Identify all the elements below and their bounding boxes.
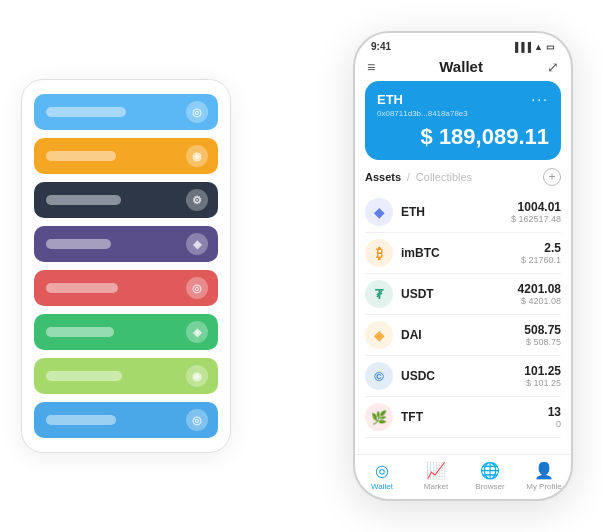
card-row-7[interactable]: ◎ — [34, 402, 218, 438]
asset-left: ◈DAI — [365, 321, 422, 349]
eth-card[interactable]: ETH ··· 0x08711d3b...8418a78e3 $ 189,089… — [365, 81, 561, 160]
asset-list: ◆ETH1004.01$ 162517.48₿imBTC2.5$ 21760.1… — [365, 192, 561, 454]
asset-name: imBTC — [401, 246, 440, 260]
asset-amount: 1004.01 — [511, 200, 561, 214]
card-row-2[interactable]: ⚙ — [34, 182, 218, 218]
asset-icon-imbtc: ₿ — [365, 239, 393, 267]
asset-icon-usdc: © — [365, 362, 393, 390]
nav-item-browser[interactable]: 🌐Browser — [463, 461, 517, 491]
asset-right: 101.25$ 101.25 — [524, 364, 561, 388]
asset-right: 2.5$ 21760.1 — [521, 241, 561, 265]
eth-card-address: 0x08711d3b...8418a78e3 — [377, 109, 549, 118]
card-row-icon: ◎ — [186, 277, 208, 299]
nav-icon-browser: 🌐 — [480, 461, 500, 480]
card-row-3[interactable]: ◈ — [34, 226, 218, 262]
nav-item-my-profile[interactable]: 👤My Profile — [517, 461, 571, 491]
nav-label-wallet: Wallet — [371, 482, 393, 491]
asset-icon-tft: 🌿 — [365, 403, 393, 431]
add-asset-button[interactable]: + — [543, 168, 561, 186]
asset-right: 130 — [548, 405, 561, 429]
nav-label-browser: Browser — [475, 482, 504, 491]
asset-left: ©USDC — [365, 362, 435, 390]
asset-name: TFT — [401, 410, 423, 424]
card-row-5[interactable]: ◈ — [34, 314, 218, 350]
nav-label-market: Market — [424, 482, 448, 491]
nav-label-my-profile: My Profile — [526, 482, 562, 491]
tab-collectibles[interactable]: Collectibles — [416, 171, 472, 183]
asset-usd: $ 162517.48 — [511, 214, 561, 224]
card-row-icon: ◈ — [186, 321, 208, 343]
card-row-icon: ◎ — [186, 409, 208, 431]
signal-icon: ▐▐▐ — [512, 42, 531, 52]
asset-left: ◆ETH — [365, 198, 425, 226]
card-row-label — [46, 283, 118, 293]
asset-right: 508.75$ 508.75 — [524, 323, 561, 347]
eth-card-name: ETH — [377, 92, 403, 107]
phone-content: ETH ··· 0x08711d3b...8418a78e3 $ 189,089… — [355, 81, 571, 454]
asset-item[interactable]: ©USDC101.25$ 101.25 — [365, 356, 561, 397]
asset-usd: $ 21760.1 — [521, 255, 561, 265]
asset-left: ₮USDT — [365, 280, 434, 308]
status-bar: 9:41 ▐▐▐ ▲ ▭ — [355, 33, 571, 56]
asset-amount: 2.5 — [521, 241, 561, 255]
card-row-0[interactable]: ◎ — [34, 94, 218, 130]
tab-assets[interactable]: Assets — [365, 171, 401, 183]
asset-item[interactable]: ₮USDT4201.08$ 4201.08 — [365, 274, 561, 315]
card-row-icon: ⚙ — [186, 189, 208, 211]
asset-amount: 4201.08 — [518, 282, 561, 296]
asset-usd: $ 4201.08 — [518, 296, 561, 306]
asset-left: ₿imBTC — [365, 239, 440, 267]
asset-icon-usdt: ₮ — [365, 280, 393, 308]
asset-amount: 508.75 — [524, 323, 561, 337]
left-card-stack: ◎◉⚙◈◎◈◉◎ — [21, 79, 231, 453]
asset-icon-eth: ◆ — [365, 198, 393, 226]
asset-usd: $ 101.25 — [524, 378, 561, 388]
page-title: Wallet — [439, 58, 483, 75]
asset-right: 4201.08$ 4201.08 — [518, 282, 561, 306]
asset-amount: 101.25 — [524, 364, 561, 378]
card-row-6[interactable]: ◉ — [34, 358, 218, 394]
tab-separator: / — [407, 172, 410, 183]
card-row-label — [46, 371, 122, 381]
asset-item[interactable]: ◈DAI508.75$ 508.75 — [365, 315, 561, 356]
card-row-icon: ◈ — [186, 233, 208, 255]
eth-card-top: ETH ··· — [377, 91, 549, 107]
card-row-label — [46, 107, 126, 117]
battery-icon: ▭ — [546, 42, 555, 52]
card-row-label — [46, 195, 121, 205]
card-row-icon: ◉ — [186, 145, 208, 167]
asset-item[interactable]: ₿imBTC2.5$ 21760.1 — [365, 233, 561, 274]
asset-amount: 13 — [548, 405, 561, 419]
card-row-1[interactable]: ◉ — [34, 138, 218, 174]
card-row-4[interactable]: ◎ — [34, 270, 218, 306]
bottom-nav: ◎Wallet📈Market🌐Browser👤My Profile — [355, 454, 571, 499]
eth-card-menu[interactable]: ··· — [531, 91, 549, 107]
expand-icon[interactable]: ⤢ — [547, 59, 559, 75]
nav-item-wallet[interactable]: ◎Wallet — [355, 461, 409, 491]
scene: ◎◉⚙◈◎◈◉◎ 9:41 ▐▐▐ ▲ ▭ ≡ Wallet ⤢ ETH ···… — [11, 11, 591, 521]
asset-item[interactable]: 🌿TFT130 — [365, 397, 561, 438]
assets-tabs: Assets / Collectibles — [365, 171, 472, 183]
asset-icon-dai: ◈ — [365, 321, 393, 349]
asset-item[interactable]: ◆ETH1004.01$ 162517.48 — [365, 192, 561, 233]
eth-card-balance: $ 189,089.11 — [377, 124, 549, 150]
card-row-label — [46, 239, 111, 249]
asset-left: 🌿TFT — [365, 403, 423, 431]
phone-header: ≡ Wallet ⤢ — [355, 56, 571, 81]
nav-icon-market: 📈 — [426, 461, 446, 480]
asset-name: ETH — [401, 205, 425, 219]
card-row-icon: ◉ — [186, 365, 208, 387]
asset-usd: $ 508.75 — [524, 337, 561, 347]
status-time: 9:41 — [371, 41, 391, 52]
status-icons: ▐▐▐ ▲ ▭ — [512, 42, 555, 52]
asset-name: USDC — [401, 369, 435, 383]
wifi-icon: ▲ — [534, 42, 543, 52]
menu-icon[interactable]: ≡ — [367, 59, 375, 75]
asset-name: DAI — [401, 328, 422, 342]
asset-name: USDT — [401, 287, 434, 301]
card-row-icon: ◎ — [186, 101, 208, 123]
phone: 9:41 ▐▐▐ ▲ ▭ ≡ Wallet ⤢ ETH ··· 0x08711d… — [353, 31, 573, 501]
nav-item-market[interactable]: 📈Market — [409, 461, 463, 491]
assets-header: Assets / Collectibles + — [365, 168, 561, 186]
nav-icon-wallet: ◎ — [375, 461, 389, 480]
